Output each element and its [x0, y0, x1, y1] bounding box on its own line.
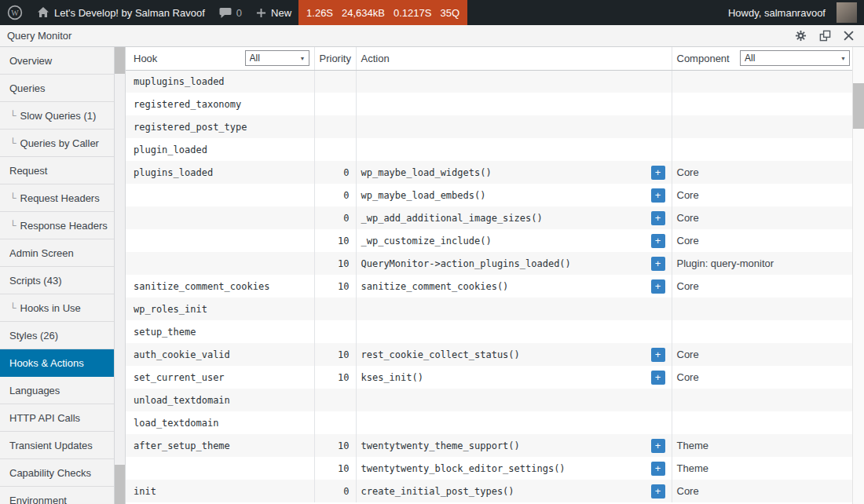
gear-icon — [795, 30, 807, 42]
svg-text:W: W — [11, 9, 19, 17]
sidebar-scrollbar-thumb-bottom[interactable] — [115, 465, 125, 504]
sidebar-item-label: Styles (26) — [9, 330, 58, 341]
priority-cell: 10 — [314, 366, 356, 389]
component-column-header: Component — [677, 53, 730, 64]
priority-cell — [314, 298, 356, 320]
action-cell — [356, 298, 672, 320]
expand-plus-button[interactable]: + — [651, 234, 665, 248]
sidebar-item-capability-checks[interactable]: Capability Checks — [0, 459, 114, 487]
qm-sidebar: OverviewQueries└Slow Queries (1)└Queries… — [0, 47, 114, 504]
sidebar-scrollbar[interactable] — [114, 47, 126, 504]
sidebar-item-http-api-calls[interactable]: HTTP API Calls — [0, 404, 114, 432]
main-scrollbar-thumb[interactable] — [853, 83, 864, 129]
action-cell-inner: twentytwenty_block_editor_settings()+ — [361, 462, 665, 476]
expand-plus-button[interactable]: + — [651, 348, 665, 362]
expand-plus-button[interactable]: + — [651, 166, 665, 180]
action-cell — [356, 70, 672, 93]
sidebar-item-label: Admin Screen — [9, 247, 74, 259]
sidebar-item-transient-updates[interactable]: Transient Updates — [0, 432, 114, 459]
sidebar-item-languages[interactable]: Languages — [0, 377, 114, 404]
my-account-menu[interactable]: Howdy, salmanravoof — [721, 2, 864, 23]
main-scrollbar[interactable] — [852, 47, 864, 504]
hooks-panel: Hook All ▼ Priority — [126, 47, 852, 504]
close-button[interactable] — [843, 30, 855, 42]
admin-bar-left: W Let's Develop! by Salman Ravoof 0 Ne — [0, 0, 467, 25]
sidebar-item-hooks-in-use[interactable]: └Hooks in Use — [0, 294, 114, 322]
hooks-table-body: muplugins_loadedregistered_taxonomyregis… — [126, 70, 852, 502]
hook-cell — [126, 457, 314, 480]
hook-cell: set_current_user — [126, 366, 314, 389]
qm-memory: 24,634kB — [342, 7, 385, 19]
priority-cell — [314, 93, 356, 115]
sidebar-item-queries[interactable]: Queries — [0, 75, 114, 102]
action-cell-inner: wp_maybe_load_widgets()+ — [361, 166, 665, 180]
wordpress-logo-icon: W — [7, 5, 23, 20]
component-filter-select[interactable]: All — [740, 50, 850, 66]
expand-plus-button[interactable]: + — [651, 439, 665, 453]
component-cell — [672, 320, 852, 343]
sidebar-item-label: Queries — [9, 82, 46, 94]
hook-column-header: Hook — [134, 53, 157, 64]
priority-cell: 0 — [314, 206, 356, 229]
action-name: wp_maybe_load_widgets() — [361, 167, 492, 178]
sidebar-item-request[interactable]: Request — [0, 157, 114, 184]
sidebar-item-styles-26-[interactable]: Styles (26) — [0, 322, 114, 349]
priority-cell: 0 — [314, 184, 356, 206]
priority-cell — [314, 70, 356, 93]
sidebar-item-queries-by-caller[interactable]: └Queries by Caller — [0, 130, 114, 157]
sidebar-item-label: Capability Checks — [9, 467, 91, 479]
component-cell: Core — [672, 343, 852, 366]
hook-cell: load_textdomain — [126, 411, 314, 434]
sidebar-item-label: Overview — [9, 55, 52, 67]
sidebar-item-hooks-actions[interactable]: Hooks & Actions — [0, 349, 114, 377]
table-row: load_textdomain — [126, 411, 852, 434]
action-cell — [356, 115, 672, 138]
expand-plus-button[interactable]: + — [651, 279, 665, 294]
priority-cell: 10 — [314, 457, 356, 480]
expand-plus-button[interactable]: + — [651, 462, 665, 476]
action-name: sanitize_comment_cookies() — [361, 281, 509, 292]
hook-filter-select[interactable]: All — [245, 50, 309, 66]
toggle-position-button[interactable] — [818, 29, 832, 42]
expand-plus-button[interactable]: + — [651, 211, 665, 225]
table-row: unload_textdomain — [126, 389, 852, 411]
sidebar-item-label: Languages — [9, 385, 60, 396]
site-menu[interactable]: Let's Develop! by Salman Ravoof — [30, 0, 212, 25]
sidebar-item-request-headers[interactable]: └Request Headers — [0, 184, 114, 212]
expand-plus-button[interactable]: + — [651, 257, 665, 271]
sidebar-item-admin-screen[interactable]: Admin Screen — [0, 239, 114, 267]
sidebar-item-slow-queries-1-[interactable]: └Slow Queries (1) — [0, 102, 114, 130]
expand-plus-button[interactable]: + — [651, 188, 665, 203]
expand-plus-button[interactable]: + — [651, 371, 665, 385]
action-name: _wp_add_additional_image_sizes() — [361, 213, 543, 224]
action-cell-inner: sanitize_comment_cookies()+ — [361, 279, 665, 294]
admin-bar: W Let's Develop! by Salman Ravoof 0 Ne — [0, 0, 864, 25]
hook-cell: wp_roles_init — [126, 298, 314, 320]
new-content-menu[interactable]: New — [249, 0, 298, 25]
sidebar-item-label: Transient Updates — [9, 440, 93, 451]
hook-cell: plugins_loaded — [126, 161, 314, 184]
comments-menu[interactable]: 0 — [212, 0, 249, 25]
table-row: init0create_initial_post_types()+Core — [126, 480, 852, 502]
priority-cell — [314, 320, 356, 343]
expand-plus-button[interactable]: + — [651, 484, 665, 499]
sidebar-scrollbar-thumb[interactable] — [115, 47, 125, 74]
action-cell: twentytwenty_theme_support()+ — [356, 434, 672, 457]
sidebar-item-overview[interactable]: Overview — [0, 47, 114, 75]
child-branch-icon: └ — [9, 110, 16, 121]
query-monitor-admin-bar-button[interactable]: 1.26S 24,634kB 0.1217S 35Q — [298, 0, 467, 25]
settings-button[interactable] — [794, 29, 807, 42]
sidebar-item-environment[interactable]: Environment — [0, 487, 114, 504]
wp-logo-menu[interactable]: W — [0, 0, 30, 25]
hook-cell: setup_theme — [126, 320, 314, 343]
priority-cell: 0 — [314, 161, 356, 184]
sidebar-item-scripts-43-[interactable]: Scripts (43) — [0, 267, 114, 294]
sidebar-item-label: Request — [9, 165, 47, 177]
hook-cell: plugin_loaded — [126, 138, 314, 161]
table-row: registered_taxonomy — [126, 93, 852, 115]
action-column-header: Action — [361, 53, 390, 64]
table-row: wp_roles_init — [126, 298, 852, 320]
comments-count: 0 — [236, 7, 242, 19]
priority-cell: 10 — [314, 229, 356, 252]
sidebar-item-response-headers[interactable]: └Response Headers — [0, 212, 114, 239]
